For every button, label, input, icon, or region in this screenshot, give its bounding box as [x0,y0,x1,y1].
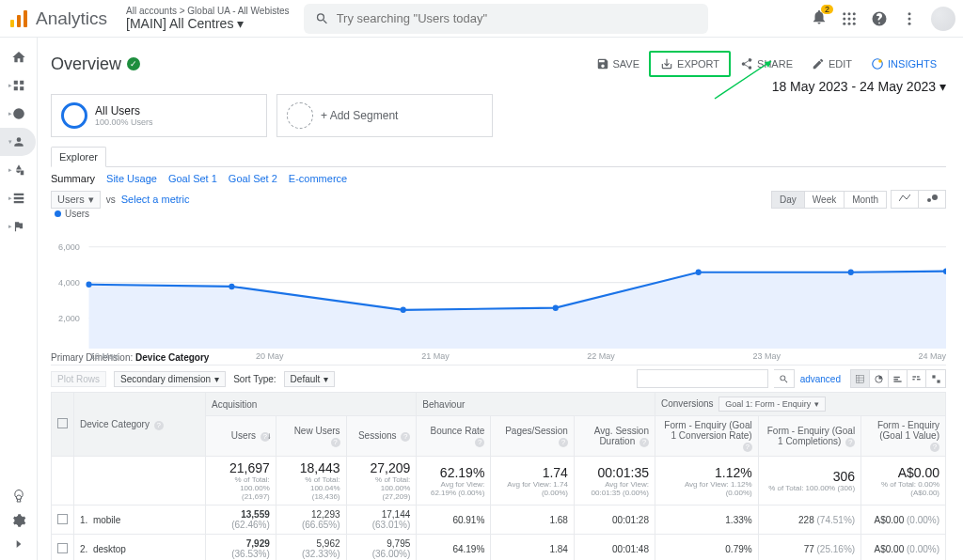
rail-custom[interactable]: ▸ [0,71,38,100]
advanced-link[interactable]: advanced [800,374,841,384]
time-granularity: Day Week Month [771,191,887,209]
view-performance[interactable] [889,370,908,387]
help-icon[interactable] [871,10,888,27]
share-icon [740,57,753,70]
svg-point-20 [878,59,882,63]
table-row[interactable]: 2. desktop7,929 (36.53%)5,962 (32.33%)9,… [52,535,946,561]
legend-label: Users [65,209,89,219]
secondary-dimension[interactable]: Secondary dimension ▾ [114,371,226,387]
rail-behavior[interactable]: ▸ [0,184,38,212]
help-icon[interactable]: ? [154,421,164,430]
svg-point-10 [848,22,851,24]
dashboard-icon [12,79,25,92]
svg-rect-46 [912,376,916,377]
svg-rect-1 [17,15,21,27]
content: Overview ✓ SAVE EXPORT SHARE EDIT INSIGH… [38,38,963,560]
select-metric-link[interactable]: Select a metric [121,194,190,205]
ga-logo[interactable]: Analytics [8,8,107,30]
goal-select[interactable]: Goal 1: Form - Enquiry ▾ [718,397,826,412]
gran-day[interactable]: Day [772,192,805,208]
view-pivot[interactable] [926,370,945,387]
caret-down-icon: ▾ [939,79,946,94]
svg-point-7 [848,17,851,20]
date-range-picker[interactable]: 18 May 2023 - 24 May 2023 ▾ [772,79,946,94]
svg-rect-48 [912,379,914,380]
subtab-ecommerce[interactable]: E-commerce [289,173,347,184]
add-segment-button[interactable]: + Add Segment [276,94,493,137]
svg-rect-49 [917,379,921,380]
subtab-goalset2[interactable]: Goal Set 2 [229,173,277,184]
rail-audience[interactable]: ▾ [0,128,36,156]
svg-point-3 [843,12,845,15]
chart-type-motion[interactable] [919,191,945,208]
breadcrumb[interactable]: All accounts > Global UA - All Webistes … [126,6,290,31]
svg-rect-15 [14,81,18,85]
segment-circle-icon [61,102,87,129]
admin-gear-icon[interactable] [11,513,26,528]
svg-rect-16 [20,81,24,85]
gran-month[interactable]: Month [845,192,886,208]
svg-rect-2 [24,10,27,27]
export-button[interactable]: EXPORT [649,51,731,77]
svg-point-23 [927,198,931,202]
apps-icon[interactable] [841,10,858,27]
row-checkbox[interactable] [57,543,68,553]
rail-conversions[interactable]: ▸ [0,212,38,241]
top-right: 2 [811,7,955,31]
subtab-summary[interactable]: Summary [51,173,95,184]
svg-rect-0 [10,20,14,27]
checkbox-all[interactable] [57,418,68,428]
save-button[interactable]: SAVE [587,53,650,75]
attribution-icon[interactable] [11,464,26,479]
save-icon [596,57,609,70]
chart: 6,000 4,000 2,000 19 May20 May21 May22 M… [51,226,946,349]
notification-badge: 2 [821,5,833,14]
avatar[interactable] [931,7,955,31]
rail-acquisition[interactable]: ▸ [0,156,38,184]
breadcrumb-path: All accounts > Global UA - All Webistes [126,6,290,16]
add-circle-icon [287,102,313,129]
svg-point-14 [908,22,911,24]
share-button[interactable]: SHARE [731,53,802,75]
insights-button[interactable]: INSIGHTS [861,53,946,75]
subtab-site-usage[interactable]: Site Usage [106,173,157,184]
svg-point-12 [908,12,911,15]
svg-rect-47 [917,376,920,377]
view-table[interactable] [851,370,870,387]
analytics-icon [8,8,30,30]
chevron-right-icon[interactable] [12,537,25,551]
view-percentage[interactable] [870,370,889,387]
table-search-input[interactable] [637,369,768,388]
svg-rect-45 [893,381,901,381]
verified-icon: ✓ [127,57,140,70]
svg-point-32 [229,284,234,290]
search-icon [315,11,329,26]
search-input[interactable] [337,11,697,25]
plot-rows-button: Plot Rows [51,371,106,387]
acquisition-icon [12,163,25,177]
more-icon[interactable] [901,10,918,27]
rail-home[interactable] [0,43,38,71]
tab-explorer[interactable]: Explorer [51,147,106,167]
row-checkbox[interactable] [57,514,68,524]
svg-rect-50 [932,375,935,378]
table-row[interactable]: 1. mobile13,559 (62.46%)12,293 (66.65%)1… [52,506,946,535]
notifications-button[interactable]: 2 [811,8,828,28]
svg-point-24 [932,194,938,200]
table-search-button[interactable] [774,369,795,388]
discover-icon[interactable] [11,489,26,504]
rail-realtime[interactable]: ▸ [0,100,38,128]
subtab-goalset1[interactable]: Goal Set 1 [168,173,217,184]
segment-all-users[interactable]: All Users100.00% Users [51,94,267,137]
view-comparison[interactable] [908,370,926,387]
svg-point-8 [853,17,856,20]
svg-point-34 [553,304,559,311]
gran-week[interactable]: Week [805,192,845,208]
edit-button[interactable]: EDIT [802,53,861,75]
chart-type-line[interactable] [892,191,919,208]
search-box[interactable] [304,4,708,34]
svg-point-9 [843,22,845,24]
sort-type[interactable]: Default ▾ [284,371,336,387]
metric-select[interactable]: Users ▾ [51,191,101,209]
home-icon [11,50,26,65]
